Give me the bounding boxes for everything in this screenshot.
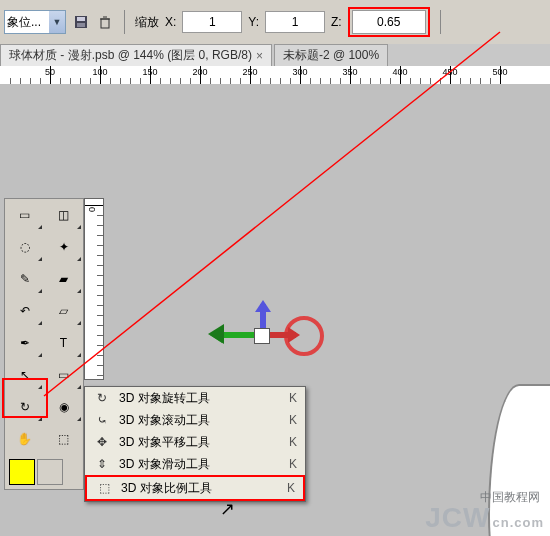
flyout-item-2[interactable]: ✥3D 对象平移工具K	[85, 431, 305, 453]
flyout-item-icon: ⬚	[95, 481, 113, 495]
brush-icon: ✎	[20, 272, 30, 286]
slice-icon: ▭	[19, 208, 30, 222]
flyout-item-key: K	[289, 391, 297, 405]
ruler-vertical[interactable]: 0	[84, 198, 104, 380]
axis-y-icon[interactable]	[268, 332, 296, 338]
3d-rotate-icon: ↻	[20, 400, 30, 414]
spot-heal-tool[interactable]: ◌	[5, 231, 44, 263]
flyout-item-1[interactable]: ⤿3D 对象滚动工具K	[85, 409, 305, 431]
slice-tool[interactable]: ▭	[5, 199, 44, 231]
document-tab-active[interactable]: 球体材质 - 漫射.psb @ 144% (图层 0, RGB/8) ×	[0, 44, 272, 66]
type-tool[interactable]: T	[44, 327, 83, 359]
chevron-down-icon[interactable]: ▼	[49, 11, 65, 33]
flyout-item-4[interactable]: ⬚3D 对象比例工具K	[85, 475, 305, 501]
redeye-icon: ✦	[59, 240, 69, 254]
svg-rect-2	[77, 23, 85, 27]
flyout-item-key: K	[287, 481, 295, 495]
shape-icon: ▭	[58, 368, 69, 382]
flyout-item-icon: ⇕	[93, 457, 111, 471]
flyout-item-key: K	[289, 413, 297, 427]
eraser-icon: ▱	[59, 304, 68, 318]
3d-rotate-tool[interactable]: ↻	[5, 391, 44, 423]
3d-orbit-icon: ◉	[59, 400, 69, 414]
foreground-swatch[interactable]	[9, 459, 35, 485]
eraser-tool[interactable]: ▱	[44, 295, 83, 327]
slice-select-tool[interactable]: ◫	[44, 199, 83, 231]
spot-heal-icon: ◌	[20, 240, 30, 254]
slice-select-icon: ◫	[58, 208, 69, 222]
close-icon[interactable]: ×	[256, 49, 263, 63]
document-tab[interactable]: 未标题-2 @ 100%	[274, 44, 388, 66]
options-bar: ▼ 缩放 X: Y: Z:	[0, 0, 550, 45]
z-highlight	[348, 7, 430, 37]
swatch-tool[interactable]: ⬚	[44, 423, 83, 455]
flyout-item-label: 3D 对象旋转工具	[119, 390, 281, 407]
watermark-small: cn.com	[492, 515, 544, 530]
history-brush-tool[interactable]: ↶	[5, 295, 44, 327]
stamp-icon: ▰	[59, 272, 68, 286]
separator	[124, 10, 125, 34]
unit-dropdown-text[interactable]	[5, 15, 49, 29]
flyout-item-label: 3D 对象滚动工具	[119, 412, 281, 429]
flyout-item-0[interactable]: ↻3D 对象旋转工具K	[85, 387, 305, 409]
tab-label: 球体材质 - 漫射.psb @ 144% (图层 0, RGB/8)	[9, 47, 252, 64]
ruler-horizontal[interactable]: 50100150200250300350400450500	[0, 66, 550, 85]
document-tabs: 球体材质 - 漫射.psb @ 144% (图层 0, RGB/8) × 未标题…	[0, 44, 550, 67]
redeye-tool[interactable]: ✦	[44, 231, 83, 263]
swatch-toggle-icon: ⬚	[58, 432, 69, 446]
watermark: JCW cn.com	[425, 502, 544, 534]
separator	[440, 10, 441, 34]
y-input[interactable]	[265, 11, 325, 33]
stamp-tool[interactable]: ▰	[44, 263, 83, 295]
z-label: Z:	[331, 15, 342, 29]
axis-x-handle-icon[interactable]	[198, 324, 224, 344]
save-icon[interactable]	[72, 13, 90, 31]
flyout-item-label: 3D 对象比例工具	[121, 480, 279, 497]
svg-rect-1	[77, 17, 85, 21]
flyout-item-label: 3D 对象滑动工具	[119, 456, 281, 473]
x-label: X:	[165, 15, 176, 29]
type-icon: T	[60, 336, 67, 350]
hand-tool[interactable]: ✋	[5, 423, 44, 455]
tool-flyout-menu: ↻3D 对象旋转工具K⤿3D 对象滚动工具K✥3D 对象平移工具K⇕3D 对象滑…	[84, 386, 306, 502]
3d-orbit-tool[interactable]: ◉	[44, 391, 83, 423]
x-input[interactable]	[182, 11, 242, 33]
brush-tool[interactable]: ✎	[5, 263, 44, 295]
flyout-item-key: K	[289, 457, 297, 471]
path-select-tool[interactable]: ↖	[5, 359, 44, 391]
scale-label: 缩放	[135, 14, 159, 31]
path-select-icon: ↖	[20, 368, 30, 382]
axis-z-icon[interactable]	[260, 304, 266, 330]
tools-panel: ▭ ◫ ◌ ✦ ✎ ▰ ↶ ▱ ✒ T ↖ ▭ ↻ ◉ ✋ ⬚	[4, 198, 84, 490]
flyout-item-3[interactable]: ⇕3D 对象滑动工具K	[85, 453, 305, 475]
flyout-item-icon: ✥	[93, 435, 111, 449]
watermark-big: JCW	[425, 502, 490, 534]
flyout-item-key: K	[289, 435, 297, 449]
pen-tool[interactable]: ✒	[5, 327, 44, 359]
swatch-row	[5, 455, 83, 489]
history-brush-icon: ↶	[20, 304, 30, 318]
hand-icon: ✋	[17, 432, 32, 446]
flyout-item-label: 3D 对象平移工具	[119, 434, 281, 451]
pen-icon: ✒	[20, 336, 30, 350]
flyout-item-icon: ⤿	[93, 413, 111, 427]
z-input[interactable]	[352, 10, 426, 34]
flyout-item-icon: ↻	[93, 391, 111, 405]
gizmo-3d[interactable]	[180, 294, 340, 374]
gizmo-origin-icon[interactable]	[254, 328, 270, 344]
shape-tool[interactable]: ▭	[44, 359, 83, 391]
svg-rect-3	[101, 19, 109, 28]
background-swatch[interactable]	[37, 459, 63, 485]
tab-label: 未标题-2 @ 100%	[283, 47, 379, 64]
trash-icon[interactable]	[96, 13, 114, 31]
unit-dropdown[interactable]: ▼	[4, 10, 66, 34]
y-label: Y:	[248, 15, 259, 29]
